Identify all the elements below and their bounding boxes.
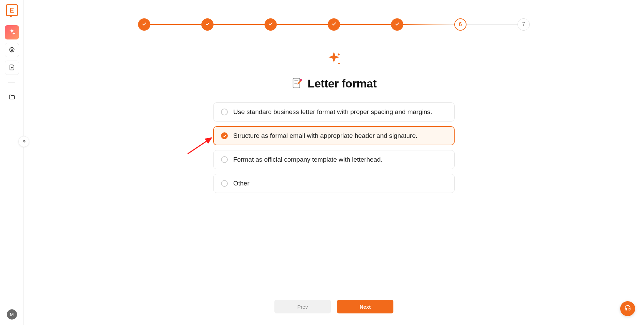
check-icon (268, 21, 273, 28)
page-title: Letter format (307, 77, 376, 90)
next-button[interactable]: Next (337, 300, 393, 313)
step-line (403, 24, 454, 25)
svg-point-8 (300, 79, 302, 81)
app-logo[interactable]: E (6, 4, 18, 16)
option-1[interactable]: Use standard business letter format with… (213, 102, 455, 121)
prev-button[interactable]: Prev (274, 300, 331, 313)
step-3[interactable] (265, 18, 277, 31)
check-icon (205, 21, 210, 28)
sidebar-item-sparkle[interactable] (5, 25, 19, 39)
step-2[interactable] (201, 18, 214, 31)
step-line (467, 24, 518, 25)
file-import-icon (9, 64, 15, 72)
step-number: 6 (459, 21, 462, 28)
folder-icon (9, 94, 15, 101)
option-label: Use standard business letter format with… (233, 108, 432, 116)
sidebar-item-import[interactable] (5, 61, 19, 75)
stepper: 6 7 (116, 18, 552, 31)
options-list: Use standard business letter format with… (213, 102, 455, 193)
sidebar-divider (8, 82, 15, 83)
hero-icon (116, 51, 552, 69)
step-7[interactable]: 7 (518, 18, 530, 31)
step-line (277, 24, 328, 25)
svg-point-3 (338, 63, 340, 65)
headset-icon (624, 304, 631, 313)
option-label: Format as official company template with… (233, 156, 383, 163)
step-line (150, 24, 201, 25)
radio-icon (221, 132, 228, 139)
step-line (340, 24, 391, 25)
svg-point-1 (11, 49, 13, 50)
svg-point-2 (338, 53, 340, 55)
app-logo-letter: E (10, 6, 14, 14)
option-label: Structure as formal email with appropria… (233, 132, 418, 140)
option-3[interactable]: Format as official company template with… (213, 150, 455, 169)
step-1[interactable] (138, 18, 150, 31)
radio-icon (221, 180, 228, 187)
target-icon (9, 46, 15, 54)
sparkle-icon (326, 51, 342, 69)
arrow-annotation (186, 135, 217, 157)
option-4[interactable]: Other (213, 174, 455, 193)
sidebar-item-target[interactable] (5, 43, 19, 57)
sparkle-icon (9, 29, 15, 36)
avatar-initial: M (10, 312, 14, 317)
avatar[interactable]: M (7, 309, 17, 320)
svg-point-0 (10, 47, 14, 52)
check-icon (331, 21, 337, 28)
sidebar-nav (0, 25, 23, 104)
step-6[interactable]: 6 (454, 18, 467, 31)
step-5[interactable] (391, 18, 403, 31)
step-4[interactable] (328, 18, 340, 31)
check-icon (141, 21, 147, 28)
step-number: 7 (522, 21, 525, 28)
option-2[interactable]: Structure as formal email with appropria… (213, 126, 455, 145)
radio-icon (221, 156, 228, 163)
option-label: Other (233, 180, 250, 187)
radio-icon (221, 109, 228, 115)
sidebar: E M (0, 0, 24, 325)
sidebar-item-folder[interactable] (5, 90, 19, 104)
step-line (214, 24, 265, 25)
main: 6 7 Letter format Use standard busines (24, 0, 644, 325)
document-edit-icon (291, 77, 303, 90)
help-fab[interactable] (620, 301, 635, 316)
check-icon (394, 21, 400, 28)
wizard-footer: Prev Next (24, 300, 644, 313)
page-title-row: Letter format (116, 77, 552, 90)
